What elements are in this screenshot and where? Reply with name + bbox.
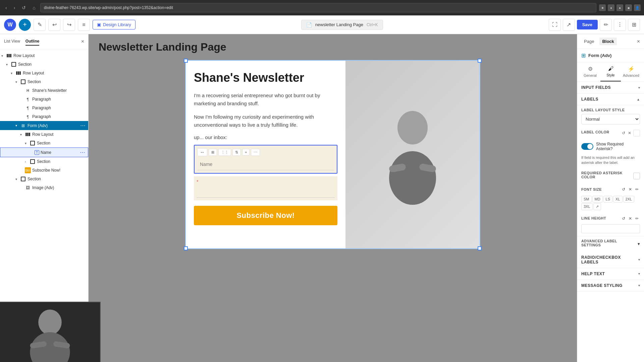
chevron-section-4[interactable]: › bbox=[25, 160, 30, 164]
req-color-swatch[interactable] bbox=[633, 173, 640, 179]
font-size-md[interactable]: MD bbox=[592, 196, 603, 202]
field-tool-more[interactable]: ⋯ bbox=[251, 149, 260, 156]
style-label: Style bbox=[606, 73, 614, 77]
tree-item-section-5[interactable]: ▾ Section bbox=[0, 175, 88, 183]
list-view-button[interactable]: ≡ bbox=[78, 19, 90, 31]
tab-general[interactable]: ⚙ General bbox=[580, 62, 600, 81]
edit-button[interactable]: ✎ bbox=[34, 19, 46, 31]
tree-item-section-4[interactable]: › Section bbox=[0, 157, 88, 166]
labels-section-header[interactable]: Labels ▲ bbox=[577, 94, 644, 105]
field-tool-move[interactable]: ⋮⋮ bbox=[218, 149, 231, 156]
tree-item-section-2[interactable]: ▾ Section bbox=[0, 77, 88, 86]
help-text-section-header[interactable]: Help Text ▾ bbox=[577, 268, 644, 280]
chevron-section-5[interactable]: ▾ bbox=[15, 177, 20, 181]
font-size-3xl[interactable]: 3XL bbox=[581, 203, 593, 210]
form-adv-dots[interactable]: ⋯ bbox=[80, 122, 86, 129]
tree-item-paragraph-3[interactable]: ¶ Paragraph bbox=[0, 112, 88, 121]
font-size-icon-3[interactable]: ✏ bbox=[634, 186, 640, 192]
label-layout-select[interactable]: Normal Stacked Inline bbox=[581, 114, 640, 124]
tree-item-section-1[interactable]: ▾ Section bbox=[0, 60, 88, 69]
name-field-container[interactable]: ↔ ⊞ ⋮⋮ ⇅ + ⋯ bbox=[194, 145, 337, 174]
browser-back[interactable]: ‹ bbox=[3, 4, 9, 12]
external-link-button[interactable]: ↗ bbox=[563, 19, 575, 31]
chevron-row-layout-2[interactable]: ▾ bbox=[11, 71, 15, 75]
email-input[interactable] bbox=[197, 186, 335, 198]
fullscreen-button[interactable]: ⛶ bbox=[549, 19, 561, 31]
input-fields-section-header[interactable]: Input Fields ▾ bbox=[577, 82, 644, 94]
subscribe-button[interactable]: Subscribe Now! bbox=[194, 206, 337, 225]
chevron-form-adv[interactable]: ▾ bbox=[15, 124, 20, 127]
field-tool-drag[interactable]: ↔ bbox=[197, 148, 207, 156]
label-color-swatch[interactable] bbox=[633, 130, 640, 136]
tree-item-form-adv[interactable]: ▾ ⊞ Form (Adv) ⋯ bbox=[0, 121, 88, 130]
undo-button[interactable]: ↩ bbox=[48, 19, 60, 31]
radio-checkbox-section-header[interactable]: Radio/Checkbox Labels ▾ bbox=[577, 252, 644, 268]
font-size-ls[interactable]: LS bbox=[603, 196, 612, 202]
name-field-dots[interactable]: ⋯ bbox=[80, 149, 85, 156]
tab-advanced[interactable]: ⚡ Advanced bbox=[621, 62, 641, 81]
resize-corner-tr[interactable] bbox=[478, 59, 482, 63]
tree-item-subscribe-btn[interactable]: btn Subscribe Now! bbox=[0, 166, 88, 175]
advanced-label-settings-header[interactable]: Advanced Label Settings ▾ bbox=[577, 236, 644, 252]
browser-forward[interactable]: › bbox=[12, 4, 17, 12]
left-panel-close[interactable]: × bbox=[81, 39, 84, 45]
message-styling-section-header[interactable]: Message Styling ▾ bbox=[577, 280, 644, 292]
tree-item-section-3[interactable]: ▾ Section bbox=[0, 139, 88, 147]
line-height-icon-2[interactable]: ✕ bbox=[627, 216, 633, 222]
browser-url-input[interactable] bbox=[40, 3, 596, 12]
name-input[interactable] bbox=[197, 158, 334, 170]
tree-item-paragraph-1[interactable]: ¶ Paragraph bbox=[0, 95, 88, 104]
signup-text: up... our inbox: bbox=[194, 134, 337, 140]
field-tool-grid[interactable]: ⊞ bbox=[209, 149, 217, 156]
design-library-button[interactable]: ▣ Design Library bbox=[93, 20, 136, 29]
browser-refresh[interactable]: ↺ bbox=[20, 4, 28, 12]
layout-button[interactable]: ⊞ bbox=[628, 19, 640, 31]
settings-button[interactable]: ✏ bbox=[600, 19, 612, 31]
chevron-section-3[interactable]: ▾ bbox=[25, 141, 30, 145]
add-block-button[interactable]: + bbox=[19, 19, 31, 31]
email-field-container[interactable]: * bbox=[194, 176, 337, 200]
tab-block[interactable]: Block bbox=[599, 38, 616, 45]
tab-page[interactable]: Page bbox=[581, 38, 597, 45]
browser-home[interactable]: ⌂ bbox=[31, 4, 37, 12]
tab-list-view[interactable]: List View bbox=[4, 38, 20, 46]
required-asterisk-toggle[interactable] bbox=[581, 143, 593, 150]
font-size-xl[interactable]: XL bbox=[613, 196, 622, 202]
label-color-clear[interactable]: ✕ bbox=[627, 130, 632, 136]
label-color-refresh[interactable]: ↺ bbox=[621, 130, 626, 136]
save-button[interactable]: Save bbox=[577, 20, 598, 29]
field-tool-add[interactable]: + bbox=[242, 149, 250, 156]
line-height-icon-1[interactable]: ↺ bbox=[621, 216, 627, 222]
profile-icon[interactable]: 👤 bbox=[634, 4, 641, 11]
tree-item-paragraph-2[interactable]: ¶ Paragraph bbox=[0, 104, 88, 112]
chevron-row-layout-3[interactable]: ▾ bbox=[20, 133, 25, 136]
font-size-custom[interactable]: ↗ bbox=[593, 203, 601, 210]
page-title-bar[interactable]: 📄 newsletter Landing Page Ctrl+K bbox=[301, 20, 383, 30]
tree-item-row-layout-3[interactable]: ▾ Row Layout bbox=[0, 130, 88, 139]
chevron-row-layout-1[interactable]: ▾ bbox=[1, 54, 6, 58]
chevron-section-1[interactable]: ▾ bbox=[6, 63, 11, 66]
font-size-2xl[interactable]: 2XL bbox=[623, 196, 635, 202]
tab-outline[interactable]: Outline bbox=[25, 38, 39, 46]
redo-button[interactable]: ↪ bbox=[63, 19, 75, 31]
more-button[interactable]: ⋮ bbox=[614, 19, 626, 31]
resize-corner-bl[interactable] bbox=[184, 246, 188, 250]
tree-item-image-adv[interactable]: 🖼 Image (Adv) bbox=[0, 183, 88, 192]
wp-logo-icon[interactable]: W bbox=[4, 19, 16, 31]
help-text-label: Help Text bbox=[581, 272, 605, 276]
tab-style[interactable]: 🖌 Style bbox=[600, 62, 621, 81]
tree-item-name-field[interactable]: T Name ⋯ bbox=[0, 147, 88, 157]
resize-corner-tl[interactable] bbox=[184, 59, 188, 63]
resize-corner-br[interactable] bbox=[478, 246, 482, 250]
chevron-section-2[interactable]: ▾ bbox=[15, 80, 20, 84]
font-size-icon-2[interactable]: ✕ bbox=[627, 186, 633, 192]
right-panel-close[interactable]: × bbox=[637, 39, 640, 45]
field-tool-up-down[interactable]: ⇅ bbox=[232, 149, 241, 156]
font-size-icon-1[interactable]: ↺ bbox=[621, 186, 627, 192]
line-height-input[interactable] bbox=[581, 224, 640, 233]
font-size-sm[interactable]: SM bbox=[581, 196, 592, 202]
line-height-icon-3[interactable]: ✏ bbox=[634, 216, 640, 222]
tree-item-row-layout-1[interactable]: ▾ Row Layout bbox=[0, 51, 88, 60]
tree-item-shanes-newsletter[interactable]: H Shane's Newsletter bbox=[0, 86, 88, 95]
tree-item-row-layout-2[interactable]: ▾ Row Layout bbox=[0, 69, 88, 77]
